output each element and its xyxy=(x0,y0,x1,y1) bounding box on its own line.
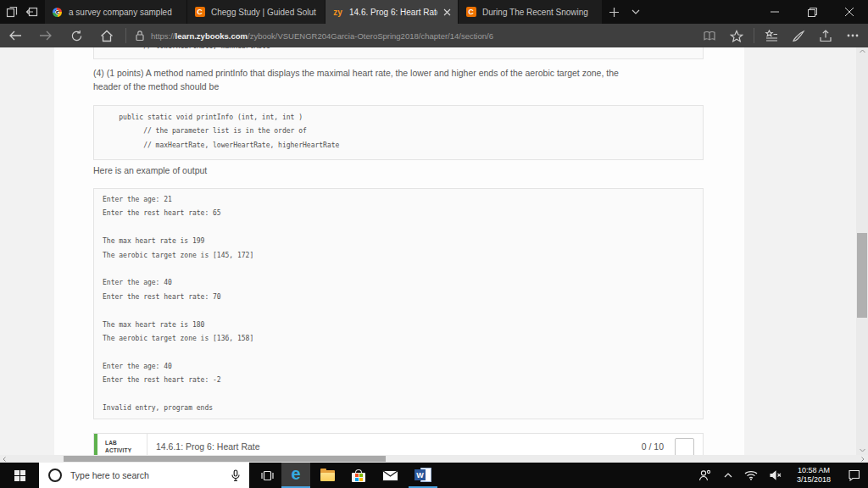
output-line xyxy=(94,221,703,235)
vertical-scrollbar[interactable] xyxy=(856,47,868,455)
clock-date: 3/15/2018 xyxy=(797,475,831,485)
reading-view-icon[interactable] xyxy=(696,24,723,47)
tab-close-icon[interactable] xyxy=(443,8,451,16)
tab-zybooks-active[interactable]: zy 14.6. Prog 6: Heart Rate xyxy=(326,0,458,24)
people-button[interactable] xyxy=(692,463,717,488)
url-field[interactable]: https://learn.zybooks.com/zybook/VSUENGR… xyxy=(130,24,696,47)
taskbar-clock[interactable]: 10:58 AM 3/15/2018 xyxy=(788,463,839,488)
code-block-method-header: public static void printInfo (int, int, … xyxy=(93,105,704,160)
windows-taskbar: e xyxy=(0,463,868,488)
start-button[interactable] xyxy=(0,463,39,488)
scroll-left-icon[interactable] xyxy=(3,457,6,462)
output-line xyxy=(94,263,703,276)
minimize-button[interactable] xyxy=(756,0,793,24)
lab-activity-badge: LAB ACTIVITY xyxy=(105,439,131,454)
output-line: Enter the age: 40 xyxy=(94,276,703,290)
clock-time: 10:58 AM xyxy=(797,466,831,475)
question-line: header of the method should be xyxy=(93,80,707,94)
scroll-up-icon[interactable] xyxy=(860,49,865,53)
scroll-down-icon[interactable] xyxy=(860,448,865,452)
speaker-mute-icon xyxy=(770,470,782,480)
lab-activity-title: 14.6.1: Prog 6: Heart Rate xyxy=(156,441,260,452)
code-line: public static void printInfo (int, int, … xyxy=(94,111,703,125)
microphone-icon[interactable] xyxy=(231,469,240,482)
tab-list-chevron-icon[interactable] xyxy=(625,0,647,24)
tab-snowing[interactable]: C During The Recent Snowing xyxy=(459,0,602,24)
output-line xyxy=(94,387,703,401)
url-text: https://learn.zybooks.com/zybook/VSUENGR… xyxy=(151,31,493,41)
taskbar-search[interactable] xyxy=(39,463,249,488)
lock-icon xyxy=(135,30,145,42)
new-tab-icon[interactable] xyxy=(603,0,625,24)
zybooks-favicon-icon: zy xyxy=(332,7,343,18)
browser-tab-bar: G a survey company sampled C Chegg Study… xyxy=(0,0,868,24)
divider xyxy=(125,28,126,43)
tab-title: Chegg Study | Guided Solut xyxy=(211,8,318,17)
tab-title: During The Recent Snowing xyxy=(482,8,595,17)
mail-button[interactable] xyxy=(376,463,404,488)
tab-survey[interactable]: G a survey company sampled xyxy=(45,0,186,24)
close-button[interactable] xyxy=(831,0,868,24)
vertical-scrollbar-thumb[interactable] xyxy=(857,233,867,318)
code-line: // maxHeartRate, lowerHeartRate, higherH… xyxy=(94,139,703,152)
google-favicon-icon: G xyxy=(52,7,63,18)
wifi-icon xyxy=(744,470,758,480)
web-note-pen-icon[interactable] xyxy=(785,24,812,47)
word-taskbar-button[interactable]: W xyxy=(409,463,437,488)
people-icon xyxy=(698,469,711,481)
question-line: (4) (1 points) A method named printInfo … xyxy=(93,67,707,80)
code-block-clipped: // lowerHeartRate, maxHeartRate xyxy=(93,47,704,59)
lab-activity-score: 0 / 10 xyxy=(642,441,664,452)
horizontal-scrollbar[interactable] xyxy=(0,455,868,463)
set-tabs-aside-icon[interactable] xyxy=(25,6,38,18)
home-icon[interactable] xyxy=(92,24,122,47)
action-center-button[interactable] xyxy=(839,463,868,488)
microsoft-store-button[interactable] xyxy=(344,463,373,488)
edge-icon: e xyxy=(291,465,300,482)
divider xyxy=(754,28,754,43)
output-line: Enter the rest heart rate: -2 xyxy=(94,374,703,387)
output-line: The aerobic target zone is [136, 158] xyxy=(94,332,703,346)
question-text: (4) (1 points) A method named printInfo … xyxy=(93,67,707,93)
tab-chegg-study[interactable]: C Chegg Study | Guided Solut xyxy=(187,0,325,24)
share-icon[interactable] xyxy=(812,24,839,47)
refresh-icon[interactable] xyxy=(61,24,92,47)
scroll-right-icon[interactable] xyxy=(861,457,865,462)
forward-icon[interactable] xyxy=(31,24,61,47)
task-view-button[interactable] xyxy=(253,463,281,488)
file-explorer-button[interactable] xyxy=(313,463,342,488)
back-icon[interactable] xyxy=(0,24,31,47)
action-center-icon xyxy=(848,469,860,481)
favorites-star-icon[interactable] xyxy=(723,24,750,47)
tabs-aside-list-icon[interactable] xyxy=(6,6,18,18)
output-line: The max heart rate is 199 xyxy=(94,235,703,248)
store-bag-icon xyxy=(352,469,365,482)
output-line: Enter the rest heart rate: 65 xyxy=(94,207,703,220)
output-line: Enter the age: 21 xyxy=(94,193,703,207)
more-settings-icon[interactable] xyxy=(839,24,866,47)
screen: G a survey company sampled C Chegg Study… xyxy=(0,0,868,488)
restore-button[interactable] xyxy=(793,0,831,24)
hidden-icons-chevron[interactable] xyxy=(717,463,739,488)
folder-icon xyxy=(320,470,335,481)
example-output-label: Here is an example of output xyxy=(93,165,207,175)
output-line: Enter the age: 40 xyxy=(94,360,703,374)
address-bar: https://learn.zybooks.com/zybook/VSUENGR… xyxy=(0,24,868,47)
wifi-button[interactable] xyxy=(739,463,763,488)
envelope-icon xyxy=(382,470,398,481)
volume-muted-button[interactable] xyxy=(763,463,788,488)
output-line xyxy=(94,304,703,318)
output-line: The aerobic target zone is [145, 172] xyxy=(94,249,703,263)
output-line: Invalid entry, program ends xyxy=(94,402,703,415)
hub-favorites-icon[interactable] xyxy=(758,24,785,47)
output-line: Enter the rest heart rate: 70 xyxy=(94,291,703,304)
edge-taskbar-button[interactable]: e xyxy=(281,463,310,488)
output-line xyxy=(94,346,703,359)
chegg-favicon-icon: C xyxy=(465,7,476,18)
tab-title: a survey company sampled xyxy=(69,8,180,17)
horizontal-scrollbar-thumb[interactable] xyxy=(64,456,386,462)
windows-logo-icon xyxy=(14,470,25,481)
code-line: // lowerHeartRate, maxHeartRate xyxy=(94,47,703,53)
search-input[interactable] xyxy=(69,469,231,481)
cortana-icon xyxy=(48,469,62,482)
